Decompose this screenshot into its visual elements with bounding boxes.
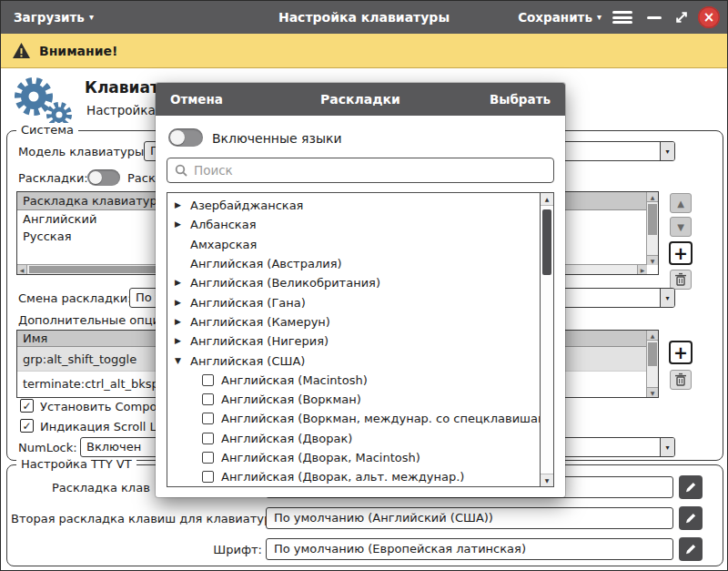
scroll-up-icon[interactable]: ▲ <box>647 331 658 341</box>
add-layout-button[interactable]: + <box>669 241 693 265</box>
language-label: Английская (Камерун) <box>190 315 330 329</box>
minimize-button[interactable] <box>647 16 662 19</box>
layout-label: Английская (Воркман, междунар. со спецкл… <box>221 412 540 425</box>
delete-option-button[interactable] <box>670 370 692 390</box>
scrollbar-thumb[interactable] <box>542 209 551 275</box>
list-item[interactable]: ▶Английская (Нигерия) <box>167 331 540 351</box>
arrow-up-icon: ▲ <box>677 199 684 209</box>
list-item[interactable]: ▶Английская (Великобритания) <box>167 273 540 292</box>
trash-icon <box>674 372 687 387</box>
layout-label: Английская (Дворак) <box>221 432 352 445</box>
layout-label: Английская (Воркман) <box>221 393 361 406</box>
move-down-button[interactable]: ▼ <box>670 217 692 237</box>
language-label: Амхарская <box>190 238 257 251</box>
extra-options-label: Дополнительные опции: <box>18 313 172 327</box>
options-table-vscrollbar[interactable]: ▲ ▼ <box>646 331 658 397</box>
list-item-expanded[interactable]: ▼Английская (США) <box>167 351 540 370</box>
scroll-up-icon[interactable]: ▲ <box>647 192 658 202</box>
layouts-label: Раскладки: <box>18 171 88 185</box>
menu-icon[interactable] <box>612 11 632 24</box>
expand-arrow-icon[interactable]: ▶ <box>175 220 190 229</box>
layout-option[interactable]: Английская (Воркман, междунар. со спецкл… <box>167 409 540 428</box>
chevron-down-icon: ▾ <box>660 438 674 456</box>
expand-arrow-icon[interactable]: ▶ <box>175 279 190 287</box>
scroll-down-icon[interactable]: ▼ <box>647 255 658 265</box>
warning-icon <box>12 42 31 59</box>
layout-option[interactable]: Английская (Дворак) <box>167 429 540 448</box>
enabled-languages-toggle[interactable] <box>168 128 203 147</box>
collapse-arrow-icon[interactable]: ▼ <box>175 357 190 365</box>
gears-icon <box>8 74 77 128</box>
titlebar: Загрузить ▾ Настройка клавиатуры Сохрани… <box>1 1 727 34</box>
scrolllock-checkbox[interactable]: ✓ <box>20 419 34 433</box>
move-up-button[interactable]: ▲ <box>670 193 692 213</box>
scroll-down-icon[interactable]: ▼ <box>647 387 658 397</box>
select-button[interactable]: Выбрать <box>490 83 551 116</box>
scrollbar-thumb[interactable] <box>648 342 657 366</box>
edit-tty-layout-button[interactable] <box>679 475 703 499</box>
scroll-left-icon[interactable]: ◀ <box>17 265 27 274</box>
expand-arrow-icon[interactable]: ▶ <box>175 337 190 345</box>
load-menu-button[interactable]: Загрузить ▾ <box>14 1 94 34</box>
search-input[interactable] <box>194 163 546 178</box>
modal-header: Отмена Раскладки Выбрать <box>156 83 565 116</box>
cancel-button[interactable]: Отмена <box>170 83 223 116</box>
scrollbar-thumb[interactable] <box>648 204 657 235</box>
layout-label: Английская (Дворак, альт. междунар.) <box>221 470 464 484</box>
checkbox-unchecked[interactable] <box>202 433 214 444</box>
list-item[interactable]: ▶Английская (Гана) <box>167 292 540 311</box>
language-label: Английская (Великобритания) <box>190 276 380 290</box>
plus-icon: + <box>673 245 688 262</box>
search-icon <box>175 164 187 177</box>
list-item[interactable]: Амхарская <box>167 235 540 254</box>
layout-option[interactable]: Английская (Дворак, альт. междунар.) <box>167 467 540 486</box>
list-item[interactable]: ▶Албанская <box>167 215 540 234</box>
system-group-legend: Система <box>16 123 78 137</box>
list-item[interactable]: Английская (Австралия) <box>167 254 540 273</box>
tty-group-legend: Настройка TTY VT <box>16 457 136 471</box>
expand-arrow-icon[interactable]: ▶ <box>175 201 190 209</box>
check-icon: ✓ <box>22 401 31 412</box>
expand-arrow-icon[interactable]: ▶ <box>175 299 190 307</box>
compose-checkbox-label: Установить Compose <box>40 400 170 413</box>
scroll-up-icon[interactable]: ▲ <box>541 193 553 206</box>
chevron-down-icon: ▾ <box>660 289 674 307</box>
plus-icon: + <box>673 344 688 362</box>
checkbox-unchecked[interactable] <box>202 393 214 405</box>
tty-second-layout-label: Вторая раскладка клавиш для клавиатуры: <box>11 512 262 525</box>
scroll-right-icon[interactable]: ▶ <box>637 265 647 274</box>
checkbox-unchecked[interactable] <box>202 471 214 483</box>
languages-list: ▶Азербайджанская ▶Албанская Амхарская Ан… <box>167 192 554 487</box>
add-option-button[interactable]: + <box>669 341 693 364</box>
search-box[interactable] <box>167 158 554 183</box>
language-label: Английская (Нигерия) <box>190 334 329 348</box>
languages-list-scrollbar[interactable]: ▲ ▼ <box>540 193 553 486</box>
layout-option[interactable]: Английская (Воркман) <box>167 390 540 409</box>
list-item[interactable]: ▶Азербайджанская <box>167 196 540 215</box>
layouts-modal: Отмена Раскладки Выбрать Включенные язык… <box>156 83 565 497</box>
checkbox-unchecked[interactable] <box>202 452 214 464</box>
close-button[interactable]: × <box>698 6 720 28</box>
scroll-down-icon[interactable]: ▼ <box>541 474 553 486</box>
delete-layout-button[interactable] <box>670 270 692 290</box>
tty-font-field[interactable]: По умолчанию (Европейская латинская) <box>266 538 673 560</box>
tty-second-layout-field[interactable]: По умолчанию (Английский (США)) <box>266 507 673 529</box>
language-label: Албанская <box>190 218 256 231</box>
expand-icon[interactable] <box>673 9 690 25</box>
tty-font-label: Шрифт: <box>11 543 262 556</box>
layout-option[interactable]: Английская (Дворак, Macintosh) <box>167 448 540 467</box>
layouts-table-vscrollbar[interactable]: ▲ ▼ <box>646 192 658 265</box>
expand-arrow-icon[interactable]: ▶ <box>175 318 190 326</box>
checkbox-unchecked[interactable] <box>202 374 214 386</box>
list-item[interactable]: ▶Английская (Камерун) <box>167 312 540 331</box>
compose-checkbox[interactable]: ✓ <box>20 399 34 413</box>
edit-second-layout-button[interactable] <box>679 506 703 530</box>
close-icon: × <box>703 9 715 25</box>
layout-option[interactable]: Английская (Macintosh) <box>167 371 540 390</box>
keyboard-settings-window: Загрузить ▾ Настройка клавиатуры Сохрани… <box>0 0 728 571</box>
checkbox-unchecked[interactable] <box>202 413 214 424</box>
pencil-icon <box>684 543 697 556</box>
edit-font-button[interactable] <box>679 537 703 561</box>
layouts-toggle[interactable] <box>87 169 120 186</box>
save-menu-button[interactable]: Сохранить ▾ <box>518 1 602 34</box>
